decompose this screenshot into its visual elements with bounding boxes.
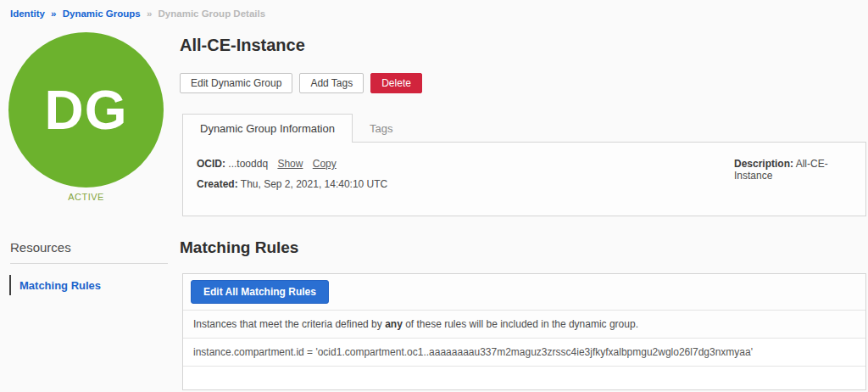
add-tags-button[interactable]: Add Tags (299, 73, 364, 93)
matching-rules-empty-row (183, 367, 865, 389)
ocid-value: ...tooddq (228, 158, 268, 170)
criteria-prefix: Instances that meet the criteria defined… (193, 318, 385, 330)
page-title: All-CE-Instance (180, 36, 305, 55)
dynamic-group-avatar: DG (8, 32, 164, 188)
breadcrumb-separator: » (51, 8, 56, 19)
status-badge: ACTIVE (8, 192, 164, 202)
matching-rules-criteria-text: Instances that meet the criteria defined… (183, 311, 865, 339)
delete-button[interactable]: Delete (370, 73, 422, 93)
ocid-copy-link[interactable]: Copy (313, 158, 337, 170)
tab-dynamic-group-information[interactable]: Dynamic Group Information (182, 114, 353, 143)
matching-rule-value: instance.compartment.id = 'ocid1.compart… (183, 339, 865, 367)
criteria-bold: any (385, 318, 403, 330)
edit-all-matching-rules-button[interactable]: Edit All Matching Rules (191, 280, 329, 304)
sidebar-item-label: Matching Rules (19, 279, 101, 292)
breadcrumb-dynamic-groups[interactable]: Dynamic Groups (63, 8, 141, 19)
matching-rules-toolbar: Edit All Matching Rules (183, 274, 865, 311)
resources-divider (10, 263, 168, 264)
ocid-label: OCID: (197, 158, 225, 170)
sidebar-item-matching-rules[interactable]: Matching Rules (9, 275, 101, 295)
breadcrumb-identity[interactable]: Identity (10, 8, 45, 19)
matching-rules-panel: Edit All Matching Rules Instances that m… (182, 273, 866, 390)
description-row: Description: All-CE-Instance (734, 158, 865, 182)
dynamic-group-information-panel: OCID: ...tooddq Show Copy Created: Thu, … (182, 142, 866, 216)
action-buttons: Edit Dynamic Group Add Tags Delete (180, 73, 422, 93)
tab-tags[interactable]: Tags (353, 114, 409, 143)
created-value: Thu, Sep 2, 2021, 14:40:10 UTC (241, 178, 387, 190)
created-label: Created: (197, 178, 238, 190)
tab-bar: Dynamic Group Information Tags (182, 114, 409, 143)
ocid-show-link[interactable]: Show (277, 158, 303, 170)
breadcrumb: Identity » Dynamic Groups » Dynamic Grou… (10, 8, 265, 19)
breadcrumb-separator: » (147, 8, 152, 19)
matching-rules-heading: Matching Rules (180, 238, 298, 257)
resources-heading: Resources (10, 240, 71, 255)
avatar-initials: DG (45, 79, 128, 142)
edit-dynamic-group-button[interactable]: Edit Dynamic Group (180, 73, 292, 93)
description-label: Description: (734, 158, 793, 170)
breadcrumb-current: Dynamic Group Details (159, 8, 266, 19)
criteria-suffix: of these rules will be included in the d… (403, 318, 638, 330)
